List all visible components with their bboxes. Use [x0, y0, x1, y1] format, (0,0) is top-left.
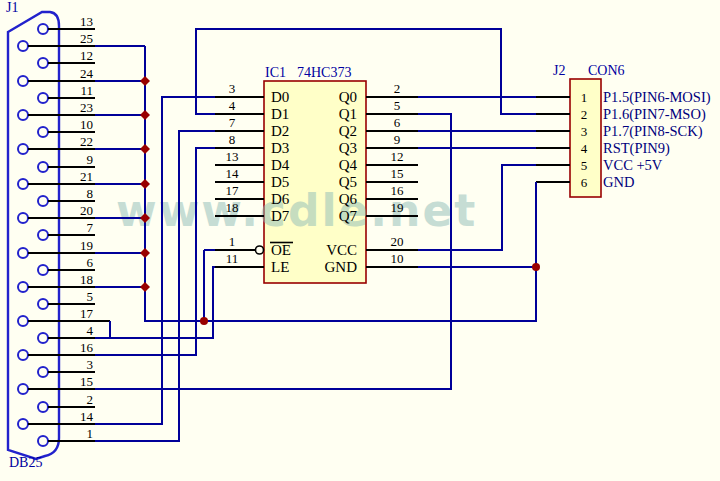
ic1-pin-name: Q2 [339, 123, 357, 139]
ic1-pin-name: GND [325, 259, 358, 275]
ic1-pin-name: D2 [271, 123, 289, 139]
ic1-pin-name: Q6 [339, 191, 358, 207]
db25-pin-number: 18 [80, 272, 93, 287]
db25-pin-number: 16 [80, 340, 94, 355]
ic1-pin-number: 2 [394, 81, 401, 96]
j2-pin-number: 6 [581, 175, 588, 190]
db25-pin-number: 10 [80, 117, 93, 132]
ic1-pin-number: 9 [394, 132, 401, 147]
db25-pin-number: 19 [80, 238, 93, 253]
schematic-page: www.cdle.net [0, 0, 720, 481]
ic1-pin-name: D4 [271, 157, 290, 173]
ic1-pin-number: 17 [226, 183, 240, 198]
ic1-pin-number: 14 [226, 166, 240, 181]
ic1-pin-name: Q1 [339, 106, 357, 122]
ic1-pin-name: D6 [271, 191, 290, 207]
ic1-pin-number: 1 [229, 234, 236, 249]
db25-pin-number: 12 [80, 48, 93, 63]
db25-pin-number: 20 [80, 203, 93, 218]
ic1-pin-name: Q3 [339, 140, 357, 156]
j2-stubs [536, 97, 570, 182]
j2-refdes: J2 [553, 63, 565, 78]
db25-pin-number: 2 [87, 392, 94, 407]
j2-pin-number: 5 [581, 158, 588, 173]
db25-pin-number: 5 [87, 289, 94, 304]
ic1-pin-name-oe: OE [271, 242, 291, 258]
db25-pin-number: 13 [80, 14, 93, 29]
ic1-pin-name: D5 [271, 174, 289, 190]
ic1-pin-number: 18 [226, 200, 239, 215]
j2-type: CON6 [588, 63, 625, 78]
ic1-pin-number: 4 [229, 98, 236, 113]
j2-pin-number: 1 [581, 90, 588, 105]
db25-pin-number: 23 [80, 100, 93, 115]
ic1-pin-name: Q0 [339, 89, 357, 105]
j2-pin-label: P1.5(PIN6-MOSI) [603, 89, 711, 106]
schematic-drawing: www.cdle.net [0, 0, 720, 481]
db25-pin-number: 1 [87, 426, 94, 441]
ic1-pin-number: 19 [391, 200, 404, 215]
j2-pin-label: RST(PIN9) [603, 140, 670, 157]
ic1-pin-name: LE [271, 259, 289, 275]
ic1-pin-name: Q7 [339, 208, 358, 224]
ic1-pin-number: 5 [394, 98, 401, 113]
j1-refdes: J1 [6, 0, 18, 15]
db25-pin-number: 6 [87, 255, 94, 270]
ic1-pin-number: 12 [391, 149, 404, 164]
db25-pin-number: 21 [80, 169, 93, 184]
pin16-d3-wire [95, 148, 215, 355]
ic1-pin-number: 16 [391, 183, 405, 198]
ic1-pin-number: 8 [229, 132, 236, 147]
ic1-pin-name: D3 [271, 140, 289, 156]
db25-pin-number: 11 [80, 83, 93, 98]
j2-pin-labels: P1.5(PIN6-MOSI) P1.6(PIN7-MSO) P1.7(PIN8… [603, 89, 711, 190]
db25-pin-number: 4 [87, 323, 94, 338]
db25-pin-number: 15 [80, 374, 93, 389]
db25-pin-circles [18, 24, 48, 446]
ic1-pin-number: 11 [226, 251, 239, 266]
db25-pin-number: 9 [87, 152, 94, 167]
db25-pin-number: 7 [87, 220, 94, 235]
j2-pin-number: 3 [581, 124, 588, 139]
ic1-pin-number: 13 [226, 149, 239, 164]
j2-pin-label: P1.6(PIN7-MSO) [603, 106, 706, 123]
db25-pin-number: 3 [87, 357, 94, 372]
ic1-pin-name: D1 [271, 106, 289, 122]
ic1-pin-name: D7 [271, 208, 290, 224]
ic1-part: 74HC373 [297, 65, 351, 80]
j2-pin-label: VCC +5V [603, 157, 663, 173]
ic1-right-pin-numbers: 2 5 6 9 12 15 16 19 20 10 [391, 81, 405, 266]
ic1-pin-name: D0 [271, 89, 289, 105]
j2-pin-label: P1.7(PIN8-SCK) [603, 123, 703, 140]
oe-inversion-bubble [256, 246, 264, 254]
db25-pin-number: 25 [80, 31, 93, 46]
j2-pin-number: 2 [581, 107, 588, 122]
ic1-pin-number: 20 [391, 234, 404, 249]
ic1-pin-name: VCC [326, 242, 357, 258]
db25-pin-number: 17 [80, 306, 94, 321]
watermark-text: www.cdle.net [116, 185, 477, 236]
ic1-refdes: IC1 [265, 65, 286, 80]
ic1-pin-name: Q4 [339, 157, 358, 173]
j2-pin-label: GND [603, 174, 634, 190]
ic1-pin-number: 10 [391, 251, 404, 266]
db25-label: DB25 [9, 455, 42, 470]
ic1-pin-name: Q5 [339, 174, 357, 190]
db25-pin-numbers: 13 25 12 24 11 23 10 22 9 21 8 20 7 19 6… [80, 14, 94, 441]
ic1-pin-number: 6 [394, 115, 401, 130]
db25-pin-number: 24 [80, 66, 94, 81]
j2-pin-number: 4 [581, 141, 588, 156]
ic1-pin-number: 15 [391, 166, 404, 181]
ic1-left-stubs [215, 97, 264, 267]
ic1-pin-number: 7 [229, 115, 236, 130]
ic1-pin-number: 3 [229, 81, 236, 96]
db25-pin-number: 8 [87, 186, 94, 201]
ic1-left-pin-numbers: 3 4 7 8 13 14 17 18 1 11 [226, 81, 240, 266]
db25-pin-number: 22 [80, 134, 93, 149]
db25-pin-number: 14 [80, 409, 94, 424]
